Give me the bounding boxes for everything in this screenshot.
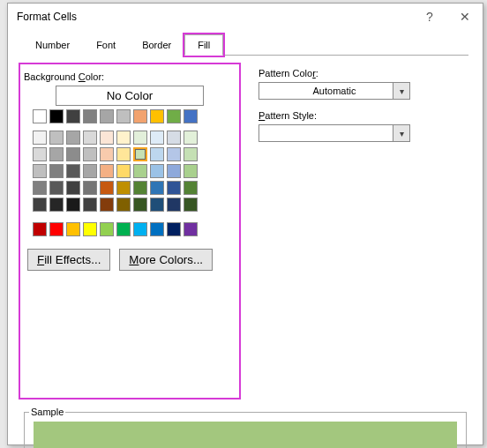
color-swatch[interactable] [66, 181, 80, 195]
color-swatch[interactable] [83, 147, 97, 161]
standard-colors-row [33, 222, 236, 236]
color-swatch[interactable] [116, 222, 131, 236]
sample-box [24, 412, 467, 448]
color-swatch[interactable] [100, 147, 114, 161]
color-swatch[interactable] [116, 181, 131, 195]
color-swatch[interactable] [184, 181, 198, 195]
color-swatch[interactable] [116, 198, 131, 212]
color-swatch[interactable] [133, 181, 147, 195]
color-swatch[interactable] [133, 131, 147, 145]
color-swatch[interactable] [167, 198, 181, 212]
tab-number[interactable]: Number [22, 34, 83, 56]
color-swatch[interactable] [150, 109, 164, 123]
color-swatch[interactable] [150, 131, 164, 145]
chevron-down-icon: ▾ [393, 125, 409, 141]
bgcolor-label: Background Color: [24, 71, 236, 82]
color-swatch[interactable] [184, 131, 198, 145]
color-swatch[interactable] [83, 109, 97, 123]
color-swatch[interactable] [66, 222, 80, 236]
color-swatch[interactable] [150, 147, 164, 161]
color-swatch[interactable] [116, 109, 131, 123]
color-swatch[interactable] [49, 131, 64, 145]
color-swatch[interactable] [49, 222, 64, 236]
pattern-style-select[interactable]: ▾ [258, 124, 410, 142]
color-swatch[interactable] [167, 147, 181, 161]
color-swatch[interactable] [150, 181, 164, 195]
color-swatch[interactable] [66, 131, 80, 145]
color-swatch[interactable] [49, 198, 64, 212]
color-swatch[interactable] [83, 164, 97, 178]
color-swatch[interactable] [167, 109, 181, 123]
color-swatch[interactable] [83, 131, 97, 145]
chevron-down-icon: ▾ [393, 83, 409, 99]
format-cells-dialog: Format Cells ? ✕ Number Font Border Fill… [7, 3, 483, 445]
color-swatch[interactable] [167, 131, 181, 145]
color-swatch[interactable] [133, 109, 147, 123]
pattern-color-value: Automatic [313, 86, 356, 96]
titlebar: Format Cells ? ✕ [8, 4, 483, 30]
color-swatch[interactable] [66, 109, 80, 123]
color-swatch[interactable] [150, 164, 164, 178]
color-swatch[interactable] [100, 198, 114, 212]
color-swatch[interactable] [83, 198, 97, 212]
color-swatch[interactable] [33, 147, 47, 161]
color-swatch[interactable] [116, 164, 131, 178]
color-swatch[interactable] [33, 109, 47, 123]
color-swatch[interactable] [100, 109, 114, 123]
color-swatch[interactable] [167, 222, 181, 236]
sample-swatch [34, 422, 457, 448]
sample-section: Sample [24, 407, 467, 448]
dialog-body: Background Color: No Color Fill Effects.… [8, 56, 483, 407]
color-swatch[interactable] [133, 164, 147, 178]
color-swatch[interactable] [66, 147, 80, 161]
color-swatch[interactable] [33, 181, 47, 195]
color-swatch[interactable] [133, 222, 147, 236]
pattern-color-select[interactable]: Automatic ▾ [258, 82, 410, 100]
color-swatch[interactable] [83, 222, 97, 236]
color-swatch[interactable] [184, 222, 198, 236]
color-swatch[interactable] [33, 131, 47, 145]
color-swatch[interactable] [133, 147, 147, 161]
color-swatch[interactable] [184, 164, 198, 178]
no-color-button[interactable]: No Color [56, 86, 204, 106]
color-swatch[interactable] [184, 109, 198, 123]
help-button[interactable]: ? [412, 4, 447, 30]
color-swatch[interactable] [133, 198, 147, 212]
color-swatch[interactable] [49, 181, 64, 195]
tab-font[interactable]: Font [83, 34, 129, 56]
fill-effects-button[interactable]: Fill Effects... [27, 249, 110, 271]
color-swatch[interactable] [150, 198, 164, 212]
color-swatch[interactable] [150, 222, 164, 236]
color-swatch[interactable] [49, 147, 64, 161]
pattern-panel: Pattern Color: Automatic ▾ Pattern Style… [258, 68, 467, 394]
color-swatch[interactable] [116, 147, 131, 161]
background-color-panel: Background Color: No Color Fill Effects.… [24, 68, 236, 394]
color-swatch[interactable] [184, 198, 198, 212]
color-swatch[interactable] [116, 131, 131, 145]
tab-border[interactable]: Border [129, 34, 184, 56]
color-swatch[interactable] [33, 164, 47, 178]
color-swatch[interactable] [83, 181, 97, 195]
close-button[interactable]: ✕ [447, 4, 483, 30]
palette-buttons: Fill Effects... More Colors... [27, 249, 236, 271]
tab-fill[interactable]: Fill [184, 34, 223, 56]
color-swatch[interactable] [100, 222, 114, 236]
color-swatch[interactable] [33, 222, 47, 236]
color-swatch[interactable] [49, 109, 64, 123]
color-swatch[interactable] [167, 181, 181, 195]
color-swatch[interactable] [33, 198, 47, 212]
dialog-title: Format Cells [17, 11, 412, 23]
pattern-color-label: Pattern Color: [258, 68, 467, 78]
more-colors-button[interactable]: More Colors... [119, 249, 213, 271]
theme-colors-grid [33, 131, 236, 212]
sample-label: Sample [29, 407, 65, 417]
color-swatch[interactable] [100, 164, 114, 178]
color-swatch[interactable] [100, 181, 114, 195]
color-swatch[interactable] [167, 164, 181, 178]
tabs: Number Font Border Fill [22, 34, 468, 56]
color-swatch[interactable] [100, 131, 114, 145]
color-swatch[interactable] [66, 198, 80, 212]
color-swatch[interactable] [49, 164, 64, 178]
color-swatch[interactable] [66, 164, 80, 178]
color-swatch[interactable] [184, 147, 198, 161]
